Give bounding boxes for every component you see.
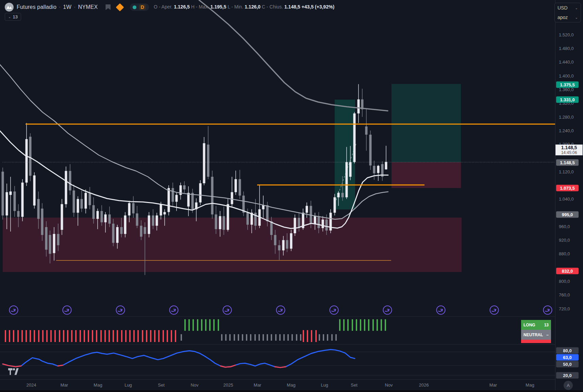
- trend-meter-bar-green: [188, 319, 190, 331]
- target-zone[interactable]: [392, 84, 461, 162]
- candle-body: [199, 183, 202, 202]
- currency-dropdown[interactable]: USD ⌄: [555, 3, 581, 13]
- jump-forward-icon[interactable]: [223, 306, 232, 314]
- separator-dot: ·: [59, 4, 61, 10]
- trend-meter-bar-red: [59, 330, 60, 342]
- trend-meter-bar-gray: [335, 334, 337, 341]
- candle-body: [104, 215, 107, 222]
- tradingview-logo-icon[interactable]: [8, 368, 20, 377]
- contract-countdown: 14:45:06: [556, 150, 582, 155]
- symbol-title[interactable]: Futures palladio · 1W · NYMEX: [17, 4, 98, 10]
- price-badge: 995,0: [556, 211, 579, 218]
- price-tick: 1.400,0: [559, 73, 573, 79]
- jump-forward-icon[interactable]: [330, 306, 338, 314]
- trend-meter-bar-red: [113, 330, 114, 342]
- trend-meter-bar-gray: [292, 334, 293, 341]
- diamond-icon[interactable]: [116, 3, 124, 11]
- jump-forward-icon[interactable]: [490, 306, 499, 314]
- trend-meter-bar-gray: [300, 334, 301, 341]
- trend-meter-bar-green: [201, 319, 202, 331]
- trend-meter-bar-gray: [287, 334, 289, 341]
- jump-forward-icon[interactable]: [383, 306, 392, 314]
- candle-body: [247, 213, 249, 225]
- candle-body: [306, 206, 308, 213]
- time-tick: Mar: [489, 382, 497, 388]
- high-label: H - Max.: [191, 4, 209, 10]
- trend-meter-bar-gray: [238, 334, 239, 341]
- trend-meter-bar-green: [364, 319, 365, 331]
- unit-dropdown[interactable]: apoz ⌄: [555, 13, 581, 22]
- ma-mid: [0, 65, 388, 219]
- time-tick: Mar: [61, 382, 68, 388]
- candle-body: [61, 204, 63, 230]
- price-badge: 1.148,5: [556, 159, 579, 166]
- instrument-logo-icon[interactable]: [5, 3, 14, 12]
- trend-meter-bar-green: [381, 319, 382, 331]
- close-value: 1.148,5: [284, 4, 300, 10]
- stop-zone[interactable]: [392, 162, 461, 188]
- candle-body: [148, 216, 150, 234]
- price-badge: 50,0: [556, 361, 579, 368]
- trend-meter-bar-red: [54, 330, 56, 342]
- trend-meter-bar-red: [9, 330, 10, 342]
- jump-forward-icon[interactable]: [437, 306, 445, 314]
- trend-meter-bar-gray: [221, 334, 222, 341]
- jump-forward-icon[interactable]: [277, 306, 285, 314]
- flag-icon[interactable]: [105, 4, 111, 10]
- market-status-pill[interactable]: D: [130, 3, 149, 11]
- demand-zone-wide[interactable]: [3, 218, 462, 272]
- trend-meter-bar-red: [50, 330, 52, 342]
- price-axis[interactable]: 1.520,01.480,01.440,01.400,01.360,01.320…: [555, 0, 583, 392]
- trend-meter-bar-red: [5, 330, 6, 342]
- trend-meter-bar-red: [21, 330, 23, 342]
- candle-body: [85, 193, 87, 208]
- jump-forward-icon[interactable]: [544, 306, 552, 314]
- candle-body: [21, 183, 24, 217]
- candle-body: [57, 234, 60, 245]
- trend-meter-bar-red: [34, 330, 35, 342]
- candle-body: [385, 162, 387, 169]
- timeframe-label[interactable]: 1W: [63, 4, 71, 10]
- candle-body: [124, 216, 127, 234]
- price-tick: 920,0: [559, 238, 570, 243]
- oscillator-line-down: [275, 367, 286, 368]
- trend-meter-bar-red: [75, 330, 77, 342]
- auto-scale-button[interactable]: A: [564, 381, 573, 390]
- time-axis[interactable]: 2024MarMagLugSetNov2025MarMagLugSetNov20…: [0, 379, 555, 391]
- trend-meter-bar-red: [104, 330, 106, 342]
- trend-meter-bar-red: [17, 330, 19, 342]
- jump-forward-icon[interactable]: [10, 306, 18, 314]
- jump-forward-icon[interactable]: [63, 306, 71, 314]
- trend-meter-bar-red: [125, 330, 127, 342]
- trend-meter-bar-gray: [296, 334, 297, 341]
- trend-meter-bar-red: [121, 330, 122, 342]
- candle-body: [164, 212, 166, 215]
- candle-body: [65, 171, 67, 204]
- chart-canvas[interactable]: [0, 0, 583, 392]
- indicator-collapse-chip[interactable]: ⌄ 13: [5, 13, 21, 21]
- trend-meter-bar-red: [92, 330, 93, 342]
- trend-meter-bar-red: [26, 330, 27, 342]
- candle-body: [136, 214, 138, 226]
- unit-value: apoz: [557, 15, 568, 20]
- trend-meter-bar-green: [347, 319, 349, 331]
- candle-body: [77, 199, 79, 212]
- jump-forward-icon[interactable]: [116, 306, 125, 314]
- trend-meter-bar-red: [96, 330, 97, 342]
- trend-meter-bar-red: [137, 330, 139, 342]
- open-value: 1.126,5: [174, 4, 190, 10]
- high-value: 1.195,5: [211, 4, 227, 10]
- price-badge: 63,0: [556, 354, 579, 361]
- trend-meter-bar-red: [13, 330, 14, 342]
- price-badge: 1.375,5: [556, 82, 579, 88]
- chevron-down-icon: ⌄: [8, 15, 11, 19]
- trend-meter-bar-red: [307, 330, 308, 342]
- trend-meter-bar-gray: [275, 334, 277, 341]
- candle-body: [215, 215, 217, 229]
- candle-body: [116, 227, 119, 243]
- candle-body: [120, 227, 123, 234]
- candle-body: [203, 143, 205, 183]
- contract-price: 1.148,5: [556, 145, 582, 150]
- jump-forward-icon[interactable]: [170, 306, 178, 314]
- neutral-label: NEUTRAL: [523, 333, 543, 337]
